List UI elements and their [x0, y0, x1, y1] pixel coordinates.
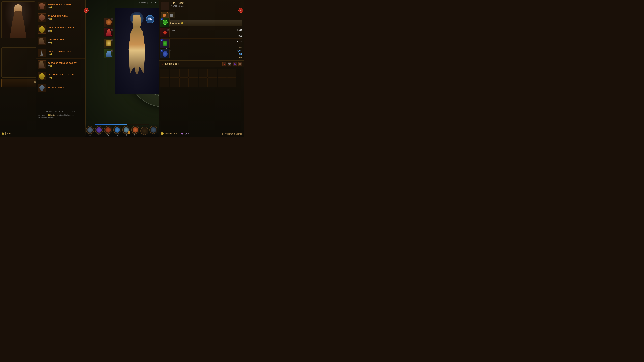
- list-item[interactable]: MOVEMENT ASPECT CACHE 40: [36, 23, 85, 35]
- equip-slot-ring1[interactable]: ▶: [160, 17, 170, 27]
- level-badge: 137: [146, 15, 154, 23]
- level-value: 137: [148, 18, 152, 21]
- logo: ✦ THEGAMER: [221, 133, 242, 135]
- list-item[interactable]: RESOURCE ASPECT CACHE 50: [36, 70, 85, 82]
- stat-row-strength: Strength 184: [161, 46, 242, 49]
- bartering-upgrades-title: BARTERING UPGRADES 8/8: [38, 111, 84, 113]
- equip-slot[interactable]: [208, 78, 217, 87]
- skill-blank[interactable]: [140, 127, 148, 135]
- skill-icon: [88, 127, 93, 133]
- skill-t[interactable]: T: [150, 126, 158, 136]
- skill-e[interactable]: E: [113, 126, 121, 136]
- equip-slot-offhand[interactable]: ▶: [160, 49, 170, 58]
- equip-slot[interactable]: [218, 68, 227, 78]
- list-item[interactable]: SNOWVEILED TUNIC ✦ 26: [36, 12, 85, 23]
- item-thumb-icon: [39, 49, 45, 56]
- item-thumb-icon: [39, 85, 45, 91]
- close-vendor-button[interactable]: ×: [84, 8, 88, 13]
- diamond-icon: [181, 22, 183, 24]
- skill-button[interactable]: [95, 126, 103, 134]
- skill-button[interactable]: [104, 126, 112, 134]
- stat-row-armor: Armor 855: [161, 34, 242, 38]
- skill-r[interactable]: 3 R: [122, 126, 130, 136]
- skill-icon: [96, 127, 102, 133]
- tab-info[interactable]: [168, 12, 175, 18]
- gold-amount: 2,556,888,375: [164, 132, 178, 135]
- equip-slot[interactable]: [189, 68, 198, 78]
- item-thumb-icon: [39, 61, 45, 68]
- equip-slot-amulet[interactable]: ▶: [160, 39, 170, 48]
- strength-value: 184: [239, 46, 242, 49]
- equip-slot-head[interactable]: ⊠: [104, 17, 113, 27]
- secondary-stats-section: Strength 184 Intelligence 1,427 Willpowe…: [159, 45, 244, 60]
- skill-m4[interactable]: M4: [131, 126, 139, 136]
- list-item[interactable]: ELUDING BOOTS 22: [36, 35, 85, 47]
- skill-button[interactable]: [131, 126, 139, 134]
- stats-materials-button[interactable]: Stats & Materials: [161, 20, 242, 26]
- character-name: TGSORC: [171, 2, 186, 5]
- skill-icon: [106, 127, 111, 133]
- equip-slot[interactable]: [208, 68, 217, 78]
- item-cost-value: 26: [48, 6, 50, 8]
- close-char-button[interactable]: ×: [238, 8, 243, 13]
- skill-q[interactable]: Q: [95, 126, 103, 136]
- item-cost: 23: [48, 53, 84, 55]
- stat-row-intelligence: Intelligence 1,427: [161, 49, 242, 52]
- equip-slot[interactable]: [180, 68, 188, 78]
- character-panel: × TGSORC No Title Selected Stats & Mater…: [159, 0, 244, 137]
- equip-slot[interactable]: [227, 78, 236, 87]
- character-header: TGSORC No Title Selected: [159, 0, 244, 11]
- equip-slot[interactable]: [189, 78, 198, 87]
- skill-bar: Z Q W E 3 R: [86, 126, 158, 136]
- skill-button[interactable]: [140, 127, 148, 135]
- item-thumbnail: [38, 72, 46, 80]
- item-info: SWORD OF INNER CALM 23: [48, 50, 84, 55]
- equip-slot-ring2[interactable]: ⊠: [160, 28, 170, 37]
- equip-slot-chest[interactable]: ⊠: [104, 28, 113, 37]
- skill-button[interactable]: 3: [122, 126, 130, 134]
- item-coin-icon: [50, 77, 52, 79]
- equip-slot[interactable]: [218, 78, 227, 87]
- item-cost: 50: [48, 77, 84, 79]
- list-item[interactable]: SWORD OF INNER CALM 23: [36, 47, 85, 59]
- skill-icon: [151, 127, 156, 133]
- item-coin-icon: [50, 6, 52, 8]
- item-coin-icon: [50, 30, 52, 32]
- skill-z[interactable]: Z: [86, 126, 94, 136]
- item-info: BOOTS OF TENUOUS AGILITY 22: [48, 62, 84, 67]
- equip-filter-weapon[interactable]: [222, 62, 226, 66]
- skill-button[interactable]: [150, 126, 158, 134]
- premium-amount: 2,100: [184, 132, 189, 135]
- equip-slot[interactable]: [227, 68, 236, 78]
- bartering-section: BARTERING UPGRADES 8/8 Improve your Bart…: [36, 109, 86, 137]
- bottom-hud: Z Q W E 3 R: [85, 123, 159, 137]
- equip-slot[interactable]: [160, 78, 170, 87]
- item-cost: 40: [48, 30, 84, 32]
- equip-slot[interactable]: [198, 68, 208, 78]
- equip-filter-potion[interactable]: [233, 62, 237, 66]
- list-item[interactable]: BOOTS OF TENUOUS AGILITY 22: [36, 59, 85, 70]
- items-panel[interactable]: STORM SWELL DAGGER 26 SNOWVEILED TUNIC ✦…: [36, 0, 86, 109]
- equip-filter-misc[interactable]: [238, 62, 242, 66]
- list-item[interactable]: AUGMENT CACHE: [36, 82, 85, 94]
- equip-slot-legs[interactable]: ⊠: [104, 49, 113, 58]
- bartering-icon: [48, 114, 50, 116]
- char-portrait-thumb: [161, 2, 170, 10]
- equip-slot[interactable]: [160, 68, 170, 78]
- skill-button[interactable]: [113, 126, 121, 134]
- equip-slot[interactable]: [170, 78, 179, 87]
- equip-slot-gloves[interactable]: ⊠: [104, 39, 113, 48]
- skill-w[interactable]: W: [104, 126, 112, 136]
- list-item[interactable]: STORM SWELL DAGGER 26: [36, 0, 85, 12]
- item-name: ELUDING BOOTS: [48, 38, 84, 41]
- tab-search[interactable]: [161, 12, 168, 18]
- skill-button[interactable]: [86, 126, 94, 134]
- equip-slot[interactable]: [170, 68, 179, 78]
- equip-slot[interactable]: [180, 78, 188, 87]
- time-label: 7:42 PM: [150, 1, 157, 4]
- equip-filter-armor[interactable]: [228, 62, 232, 66]
- equip-slot[interactable]: [198, 78, 208, 87]
- info-icon: [170, 13, 174, 17]
- location-label: The Den: [138, 1, 146, 4]
- item-info: MOVEMENT ASPECT CACHE 40: [48, 27, 84, 32]
